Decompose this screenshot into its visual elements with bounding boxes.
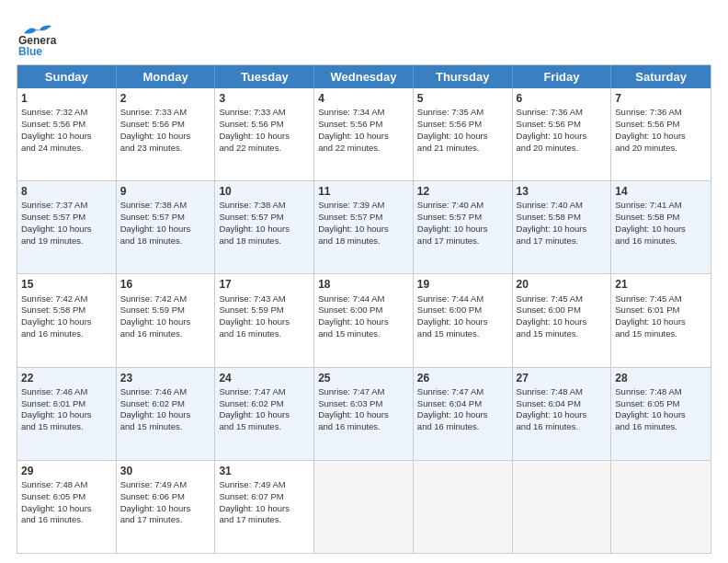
day-number: 19	[417, 277, 508, 292]
calendar-cell: 8Sunrise: 7:37 AMSunset: 5:57 PMDaylight…	[17, 181, 117, 273]
calendar-body: 1Sunrise: 7:32 AMSunset: 5:56 PMDaylight…	[17, 88, 711, 553]
calendar-cell	[414, 461, 513, 553]
day-info: Sunset: 6:06 PM	[120, 491, 211, 503]
day-info: and 16 minutes.	[615, 236, 707, 247]
day-info: Sunrise: 7:37 AM	[21, 200, 112, 212]
day-info: Daylight: 10 hours	[219, 503, 310, 515]
day-info: Sunset: 6:04 PM	[417, 398, 508, 410]
day-info: Sunset: 6:05 PM	[21, 491, 112, 503]
day-info: Sunset: 5:58 PM	[517, 212, 608, 224]
day-info: Daylight: 10 hours	[517, 131, 608, 143]
day-info: Sunset: 6:04 PM	[517, 398, 608, 410]
day-number: 26	[417, 371, 508, 385]
day-info: Sunset: 6:00 PM	[417, 304, 508, 316]
day-info: Sunrise: 7:40 AM	[517, 200, 608, 212]
calendar-cell: 26Sunrise: 7:47 AMSunset: 6:04 PMDayligh…	[414, 368, 513, 460]
day-info: and 18 minutes.	[219, 236, 310, 247]
day-info: Daylight: 10 hours	[219, 316, 310, 328]
calendar-cell: 22Sunrise: 7:46 AMSunset: 6:01 PMDayligh…	[17, 368, 117, 460]
day-info: Daylight: 10 hours	[615, 316, 707, 328]
day-number: 2	[120, 91, 211, 106]
day-info: Daylight: 10 hours	[417, 224, 508, 236]
calendar-cell: 9Sunrise: 7:38 AMSunset: 5:57 PMDaylight…	[117, 181, 216, 273]
day-info: and 16 minutes.	[318, 421, 409, 433]
day-info: Sunset: 6:07 PM	[219, 491, 310, 503]
day-info: and 24 minutes.	[21, 143, 112, 155]
day-info: Daylight: 10 hours	[318, 316, 409, 328]
day-info: Sunset: 5:57 PM	[21, 212, 112, 224]
calendar-cell: 30Sunrise: 7:49 AMSunset: 6:06 PMDayligh…	[117, 461, 216, 553]
day-number: 17	[219, 277, 310, 292]
calendar-cell: 14Sunrise: 7:41 AMSunset: 5:58 PMDayligh…	[611, 181, 711, 273]
day-info: Sunset: 5:56 PM	[21, 119, 112, 131]
calendar-cell: 17Sunrise: 7:43 AMSunset: 5:59 PMDayligh…	[215, 274, 314, 366]
calendar-cell: 24Sunrise: 7:47 AMSunset: 6:02 PMDayligh…	[215, 368, 314, 460]
day-info: Daylight: 10 hours	[21, 409, 112, 421]
day-info: and 16 minutes.	[219, 328, 310, 340]
day-number: 12	[417, 184, 508, 199]
day-info: Daylight: 10 hours	[21, 131, 112, 143]
day-info: Sunset: 5:56 PM	[219, 119, 310, 131]
day-info: Sunset: 5:59 PM	[219, 304, 310, 316]
day-number: 14	[615, 184, 707, 199]
day-info: Daylight: 10 hours	[318, 131, 409, 143]
weekday-header: Thursday	[414, 65, 513, 88]
calendar-cell: 3Sunrise: 7:33 AMSunset: 5:56 PMDaylight…	[215, 88, 314, 180]
day-info: and 15 minutes.	[21, 421, 112, 433]
day-number: 7	[615, 91, 707, 106]
calendar-row: 1Sunrise: 7:32 AMSunset: 5:56 PMDaylight…	[17, 88, 711, 180]
day-info: Sunrise: 7:38 AM	[120, 200, 211, 212]
day-info: Daylight: 10 hours	[120, 409, 211, 421]
day-number: 11	[318, 184, 409, 199]
day-info: and 21 minutes.	[417, 143, 508, 155]
day-info: Sunrise: 7:42 AM	[21, 293, 112, 305]
calendar-row: 15Sunrise: 7:42 AMSunset: 5:58 PMDayligh…	[17, 273, 711, 366]
day-info: Daylight: 10 hours	[417, 409, 508, 421]
day-info: Sunset: 5:56 PM	[615, 119, 707, 131]
day-info: Sunset: 5:57 PM	[120, 212, 211, 224]
day-info: and 20 minutes.	[615, 143, 707, 155]
calendar-cell: 25Sunrise: 7:47 AMSunset: 6:03 PMDayligh…	[314, 368, 414, 460]
day-info: Daylight: 10 hours	[219, 131, 310, 143]
day-info: and 18 minutes.	[318, 236, 409, 247]
day-info: Sunrise: 7:40 AM	[417, 200, 508, 212]
day-info: Sunrise: 7:33 AM	[219, 107, 310, 119]
calendar-cell: 21Sunrise: 7:45 AMSunset: 6:01 PMDayligh…	[611, 274, 711, 366]
calendar-cell: 29Sunrise: 7:48 AMSunset: 6:05 PMDayligh…	[17, 461, 117, 553]
calendar-cell: 12Sunrise: 7:40 AMSunset: 5:57 PMDayligh…	[414, 181, 513, 273]
calendar-cell: 5Sunrise: 7:35 AMSunset: 5:56 PMDaylight…	[414, 88, 513, 180]
weekday-header: Wednesday	[314, 65, 414, 88]
day-info: Sunrise: 7:48 AM	[615, 386, 707, 398]
calendar-cell: 27Sunrise: 7:48 AMSunset: 6:04 PMDayligh…	[513, 368, 612, 460]
day-info: Daylight: 10 hours	[318, 409, 409, 421]
day-number: 23	[120, 371, 211, 385]
calendar-cell	[513, 461, 612, 553]
calendar-row: 8Sunrise: 7:37 AMSunset: 5:57 PMDaylight…	[17, 180, 711, 273]
day-info: and 22 minutes.	[219, 143, 310, 155]
day-info: Sunrise: 7:48 AM	[517, 386, 608, 398]
day-info: Daylight: 10 hours	[21, 316, 112, 328]
day-number: 16	[120, 277, 211, 292]
day-info: Sunrise: 7:42 AM	[120, 293, 211, 305]
day-info: Daylight: 10 hours	[615, 409, 707, 421]
day-info: Sunset: 6:01 PM	[615, 304, 707, 316]
day-info: and 16 minutes.	[615, 421, 707, 433]
day-number: 8	[21, 184, 112, 199]
day-info: Sunrise: 7:32 AM	[21, 107, 112, 119]
day-number: 24	[219, 371, 310, 385]
calendar-cell: 20Sunrise: 7:45 AMSunset: 6:00 PMDayligh…	[513, 274, 612, 366]
day-info: Daylight: 10 hours	[21, 224, 112, 236]
day-info: and 17 minutes.	[219, 514, 310, 526]
weekday-header: Saturday	[611, 65, 711, 88]
day-info: Sunrise: 7:48 AM	[21, 479, 112, 491]
day-info: Sunset: 6:02 PM	[120, 398, 211, 410]
day-info: and 16 minutes.	[517, 421, 608, 433]
day-info: Sunset: 5:57 PM	[318, 212, 409, 224]
calendar-cell: 4Sunrise: 7:34 AMSunset: 5:56 PMDaylight…	[314, 88, 414, 180]
day-info: Sunrise: 7:35 AM	[417, 107, 508, 119]
day-info: and 17 minutes.	[417, 236, 508, 247]
day-info: Daylight: 10 hours	[417, 131, 508, 143]
day-info: Daylight: 10 hours	[120, 503, 211, 515]
day-number: 6	[517, 91, 608, 106]
day-info: Daylight: 10 hours	[517, 316, 608, 328]
